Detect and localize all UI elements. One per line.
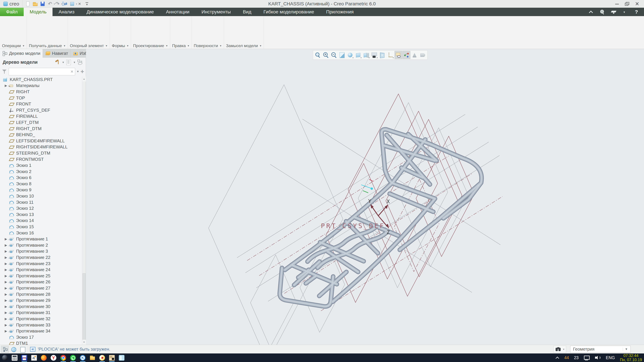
redo-icon[interactable]: ▾ (54, 1, 60, 7)
tree-item[interactable]: ▶ Протягивание 28 (0, 291, 82, 298)
view-manager-button[interactable]: ▾ (362, 51, 370, 59)
ribbon-tab[interactable]: Вид (237, 8, 258, 16)
datum-display-button[interactable]: ▾ (386, 51, 394, 59)
open-folder-icon[interactable] (32, 1, 38, 7)
ribbon-tab[interactable]: Анализ (52, 8, 80, 16)
tree-item[interactable]: ▶ Протягивание 31 (0, 310, 82, 316)
expand-arrow-icon[interactable]: ▶ (5, 274, 7, 278)
restore-button[interactable] (623, 1, 631, 7)
tray-badge-1[interactable]: 44 (564, 355, 569, 360)
ribbon-tab[interactable]: Аннотации (160, 8, 196, 16)
tree-item[interactable]: Эскиз 10 (0, 193, 82, 199)
tree-item[interactable]: DTM1 (0, 340, 82, 345)
expand-arrow-icon[interactable]: ▶ (5, 237, 7, 241)
ribbon-tab[interactable]: Динамическое моделирование (80, 8, 160, 16)
zoom-in-button[interactable] (322, 51, 330, 59)
tree-item[interactable]: Эскиз 15 (0, 224, 82, 230)
learning-dropdown-icon[interactable] (622, 9, 628, 15)
tree-item[interactable]: ▶ Протягивание 29 (0, 297, 82, 304)
learning-connector-icon[interactable] (611, 9, 616, 15)
zoom-out-button[interactable] (330, 51, 338, 59)
tree-item[interactable]: Эскиз 11 (0, 199, 82, 205)
display-style-button[interactable]: ▾ (346, 51, 354, 59)
selection-filter-combo[interactable]: Геометрия ▼ (570, 346, 630, 353)
tree-item[interactable]: ▶ Протягивание 23 (0, 261, 82, 267)
combo-dropdown-icon[interactable]: ▼ (623, 348, 628, 351)
calculator-taskbar-button[interactable] (10, 354, 20, 362)
tree-item[interactable]: ▶ Протягивание 30 (0, 304, 82, 310)
tree-item[interactable]: ▶ Протягивание 26 (0, 279, 82, 285)
expand-arrow-icon[interactable]: ▶ (5, 292, 7, 296)
capture-button[interactable]: ▾ (370, 51, 378, 59)
tree-settings-icon[interactable] (66, 59, 72, 65)
tree-item[interactable]: RIGHT (0, 89, 82, 95)
expand-arrow-icon[interactable]: ▶ (5, 256, 7, 259)
regenerate-small-icon[interactable] (62, 1, 68, 7)
scroll-down-icon[interactable]: ▼ (82, 340, 86, 345)
file-explorer-taskbar-button[interactable] (88, 354, 97, 362)
tree-hide-icon[interactable] (77, 59, 83, 65)
language-indicator[interactable]: ENG (606, 355, 615, 360)
tree-item[interactable]: LEFT_DTM (0, 119, 82, 126)
annotation-display-button[interactable] (394, 51, 402, 59)
ribbon-group-label[interactable]: Проектирование▼ (131, 43, 170, 49)
save-icon[interactable] (40, 1, 46, 7)
volume-icon[interactable] (595, 355, 601, 360)
tree-item[interactable]: ▶ Протягивание 3 (0, 248, 82, 255)
expand-arrow-icon[interactable]: ▶ (5, 311, 7, 315)
tree-item[interactable]: ▶ Материалы (0, 83, 82, 89)
tree-item[interactable]: ▶ Протягивание 2 (0, 242, 82, 248)
filter-funnel-icon[interactable] (2, 69, 8, 74)
tree-item[interactable]: ▶ Протягивание 25 (0, 273, 82, 279)
ribbon-tab[interactable]: Гибкое моделирование (257, 8, 320, 16)
clear-search-icon[interactable]: × (70, 69, 73, 74)
minimize-button[interactable] (613, 1, 621, 7)
tree-item[interactable]: Эскиз 17 (0, 334, 82, 340)
tree-item[interactable]: Эскиз 1 (0, 162, 82, 168)
ribbon-group-label[interactable]: Опорный элемент▼ (68, 43, 110, 49)
tree-item[interactable]: Эскиз 6 (0, 175, 82, 181)
command-search-icon[interactable] (600, 9, 605, 15)
network-icon[interactable] (584, 355, 590, 360)
tree-item[interactable]: Эскиз 2 (0, 168, 82, 175)
firefox-taskbar-button[interactable] (39, 354, 49, 362)
expand-arrow-icon[interactable]: ▶ (5, 249, 7, 253)
expand-arrow-icon[interactable]: ▶ (5, 268, 7, 272)
blank-page-icon[interactable] (18, 346, 26, 353)
ribbon-tab[interactable]: Инструменты (196, 8, 237, 16)
search-tool-button[interactable]: ▾ (554, 346, 566, 353)
tree-item[interactable]: ▶ Протягивание 33 (0, 322, 82, 328)
tray-overflow-icon[interactable] (556, 356, 559, 360)
dragger-button[interactable] (411, 51, 418, 59)
tree-item[interactable]: FIREWALL (0, 113, 82, 120)
tree-item[interactable]: LEFTSIDE4MFIREWALL (0, 138, 82, 144)
ribbon-tab[interactable]: Приложения (320, 8, 360, 16)
refit-button[interactable] (314, 51, 322, 59)
tree-item[interactable]: ▶ Протягивание 22 (0, 254, 82, 261)
tree-item[interactable]: ▶ Протягивание 34 (0, 328, 82, 334)
expand-arrow-icon[interactable]: ▶ (5, 323, 7, 327)
card-reader-taskbar-button[interactable] (107, 354, 117, 362)
expand-arrow-icon[interactable]: ▶ (5, 84, 7, 87)
tree-item[interactable]: KART_CHASSIS.PRT (0, 76, 82, 83)
tree-item[interactable]: STEERING_DTM (0, 150, 82, 156)
expand-arrow-icon[interactable]: ▶ (5, 280, 7, 284)
navigator-tab[interactable]: Дерево модели (0, 49, 43, 58)
expand-arrow-icon[interactable]: ▶ (5, 317, 7, 321)
tree-item[interactable]: FRONT (0, 101, 82, 107)
ribbon-group-label[interactable]: Операции▼ (0, 43, 27, 49)
perspective-button[interactable] (378, 51, 386, 59)
datum-planes[interactable] (208, 85, 474, 345)
tree-item[interactable]: Эскиз 14 (0, 218, 82, 224)
tree-item[interactable]: FRONTMOST (0, 156, 82, 162)
ribbon-tab[interactable]: Модель (24, 8, 53, 16)
saved-views-button[interactable]: ▾ (354, 51, 362, 59)
tree-item[interactable]: RIGHT_DTM (0, 126, 82, 132)
expand-arrow-icon[interactable]: ▶ (5, 262, 7, 266)
creo-taskbar-button[interactable] (117, 354, 126, 362)
tree-toggle-icon[interactable] (1, 346, 9, 353)
web-browser-icon[interactable] (10, 346, 18, 353)
close-window-icon[interactable] (77, 1, 82, 7)
tree-item[interactable]: TOP (0, 95, 82, 101)
tree-item[interactable]: Эскиз 16 (0, 230, 82, 236)
